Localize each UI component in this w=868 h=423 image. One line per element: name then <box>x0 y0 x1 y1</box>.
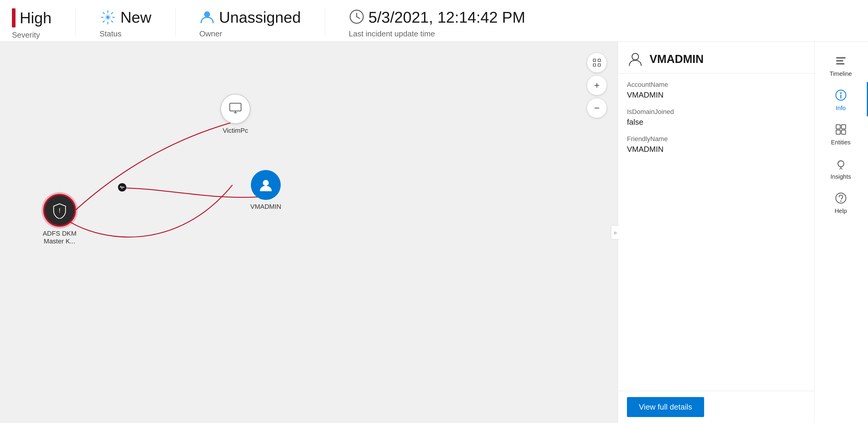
sidebar-item-help[interactable]: Help <box>815 185 868 219</box>
svg-line-6 <box>103 12 104 14</box>
right-panel: » VMADMIN AccountName VMADMIN IsDomainJo… <box>618 42 814 423</box>
panel-title: VMADMIN <box>650 53 704 66</box>
header-bar: High Severity <box>0 0 868 42</box>
owner-icon <box>199 9 215 26</box>
alert-node-label: ADFS DKM Master K... <box>33 230 86 245</box>
panel-field-friendlyname: FriendlyName VMADMIN <box>627 135 805 154</box>
separator-1 <box>75 9 76 35</box>
main-area: ! ADFS DKM Master K... VictimPc <box>0 42 868 423</box>
svg-line-8 <box>112 12 113 14</box>
graph-area[interactable]: ! ADFS DKM Master K... VictimPc <box>0 42 618 423</box>
clock-icon <box>349 9 365 26</box>
svg-rect-32 <box>836 130 840 134</box>
sidebar-item-label-insights: Insights <box>831 173 851 180</box>
svg-rect-20 <box>598 59 600 61</box>
owner-sublabel: Owner <box>199 29 301 38</box>
status-label: New <box>120 8 151 26</box>
svg-rect-21 <box>593 64 596 66</box>
activity-dot[interactable] <box>118 183 126 192</box>
vmadmin-node-label: VMADMIN <box>250 203 281 210</box>
severity-label: High <box>20 9 52 27</box>
field-label-isdomainjoined: IsDomainJoined <box>627 108 805 116</box>
sidebar-item-timeline[interactable]: Timeline <box>815 48 868 82</box>
field-value-isdomainjoined: false <box>627 117 805 127</box>
sidebar-item-label-timeline: Timeline <box>830 70 852 77</box>
severity-item[interactable]: High Severity <box>12 8 52 40</box>
panel-footer: View full details <box>618 391 814 423</box>
alert-node[interactable]: ! ADFS DKM Master K... <box>33 194 86 245</box>
svg-point-39 <box>840 200 841 202</box>
svg-rect-31 <box>841 125 846 129</box>
svg-point-18 <box>263 180 269 186</box>
panel-field-isdomainjoined: IsDomainJoined false <box>627 108 805 127</box>
svg-text:!: ! <box>59 207 61 214</box>
info-icon <box>834 88 848 102</box>
panel-entity-icon <box>627 51 644 67</box>
sidebar-item-label-info: Info <box>836 105 846 112</box>
owner-label: Unassigned <box>219 8 301 26</box>
svg-rect-22 <box>598 64 600 66</box>
victimpc-node[interactable]: VictimPc <box>220 94 250 135</box>
field-value-friendlyname: VMADMIN <box>627 145 805 154</box>
graph-controls: + − <box>587 53 607 118</box>
zoom-out-icon: − <box>594 103 600 113</box>
zoom-in-icon: + <box>594 81 600 90</box>
timestamp-sublabel: Last incident update time <box>349 29 525 38</box>
help-icon <box>834 191 848 205</box>
sidebar-item-insights[interactable]: Insights <box>815 151 868 185</box>
sidebar-item-label-help: Help <box>835 208 847 215</box>
panel-header: VMADMIN <box>618 42 814 74</box>
svg-rect-15 <box>230 103 241 111</box>
svg-line-9 <box>103 21 104 22</box>
victimpc-node-label: VictimPc <box>223 127 248 135</box>
timeline-icon <box>834 54 848 68</box>
separator-2 <box>175 9 176 35</box>
vmadmin-node[interactable]: VMADMIN <box>250 170 281 210</box>
sidebar-item-label-entities: Entities <box>831 139 851 146</box>
panel-collapse-btn[interactable]: » <box>611 225 619 239</box>
view-full-details-button[interactable]: View full details <box>627 397 704 417</box>
panel-field-accountname: AccountName VMADMIN <box>627 81 805 100</box>
svg-rect-33 <box>841 130 846 134</box>
svg-point-28 <box>840 92 841 94</box>
severity-sublabel: Severity <box>12 30 52 40</box>
status-item[interactable]: New Status <box>99 8 151 38</box>
graph-edges <box>0 42 618 423</box>
fit-button[interactable] <box>587 53 607 73</box>
zoom-out-button[interactable]: − <box>587 98 607 118</box>
status-sublabel: Status <box>99 29 151 38</box>
svg-rect-25 <box>836 60 843 61</box>
svg-rect-19 <box>593 59 596 61</box>
svg-line-37 <box>841 168 842 169</box>
zoom-in-button[interactable]: + <box>587 75 607 95</box>
insights-icon <box>834 157 848 171</box>
severity-indicator <box>12 8 16 27</box>
side-nav: Timeline Info E <box>814 42 868 423</box>
svg-rect-26 <box>836 63 844 64</box>
timestamp-item: 5/3/2021, 12:14:42 PM Last incident upda… <box>349 8 525 38</box>
timestamp-label: 5/3/2021, 12:14:42 PM <box>369 8 525 26</box>
field-label-friendlyname: FriendlyName <box>627 135 805 143</box>
separator-3 <box>325 9 325 35</box>
svg-line-7 <box>112 21 113 22</box>
svg-line-13 <box>357 17 360 19</box>
sidebar-item-info[interactable]: Info <box>815 82 868 116</box>
sidebar-item-entities[interactable]: Entities <box>815 116 868 151</box>
status-icon <box>99 9 116 26</box>
chevron-right-icon: » <box>614 229 617 236</box>
field-label-accountname: AccountName <box>627 81 805 89</box>
svg-rect-30 <box>836 125 840 129</box>
owner-item[interactable]: Unassigned Owner <box>199 8 301 38</box>
svg-point-1 <box>106 16 110 19</box>
panel-content: AccountName VMADMIN IsDomainJoined false… <box>618 74 814 391</box>
svg-rect-24 <box>836 57 846 58</box>
svg-point-10 <box>204 11 210 17</box>
svg-point-23 <box>632 53 639 60</box>
entities-icon <box>834 122 848 137</box>
field-value-accountname: VMADMIN <box>627 90 805 100</box>
